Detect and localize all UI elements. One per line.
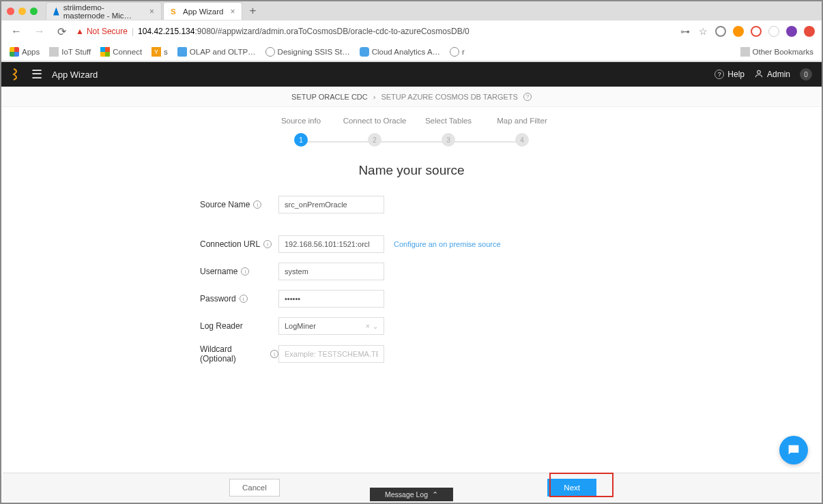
log-reader-value: LogMiner: [285, 322, 316, 330]
configure-source-link[interactable]: Configure an on premise source: [394, 240, 501, 248]
message-log-toggle[interactable]: Message Log ⌃: [370, 488, 453, 501]
username-input[interactable]: [278, 263, 384, 280]
bookmarks-bar: Apps IoT Stuff Connect Ys OLAP and OLTP……: [1, 42, 822, 61]
form-title: Name your source: [1, 163, 822, 178]
wizard-content: Source info 1 Connect to Oracle 2 Select…: [1, 107, 822, 475]
connection-url-input[interactable]: [278, 235, 384, 253]
cloud-icon: [360, 47, 369, 57]
close-window-icon[interactable]: [7, 8, 14, 15]
log-reader-label: Log Reader: [200, 321, 243, 331]
back-nav-icon[interactable]: ←: [8, 24, 25, 39]
url-field[interactable]: ▲ Not Secure | 104.42.215.134:9080/#appw…: [76, 27, 673, 36]
browser-tab-1[interactable]: striimdemo-masternode - Mic… ×: [46, 2, 162, 20]
window-controls[interactable]: [7, 8, 38, 15]
username-label: Username: [200, 267, 237, 276]
bookmark-cloud[interactable]: Cloud Analytics A…: [360, 47, 440, 57]
folder-icon: [49, 47, 59, 57]
key-icon[interactable]: ⊶: [680, 26, 691, 37]
extension-5-icon[interactable]: [804, 26, 815, 37]
wizard-footer: Cancel Back Next Message Log ⌃: [3, 473, 820, 501]
folder-icon: [740, 47, 750, 57]
menu-icon[interactable]: ☰: [31, 67, 42, 82]
info-icon[interactable]: i: [270, 350, 278, 358]
profile-icon[interactable]: [786, 26, 797, 37]
y-icon: Y: [151, 47, 161, 57]
address-bar-actions: ⊶ ☆: [680, 26, 815, 37]
user-icon: [754, 69, 764, 80]
striim-icon: S: [171, 8, 179, 16]
minimize-window-icon[interactable]: [18, 8, 26, 15]
bookmark-olap[interactable]: OLAP and OLTP…: [177, 47, 256, 57]
svg-point-0: [757, 70, 761, 74]
info-icon[interactable]: i: [263, 240, 272, 248]
extension-2-icon[interactable]: [733, 26, 744, 37]
info-icon[interactable]: ?: [523, 93, 532, 101]
striim-logo-icon[interactable]: [11, 68, 22, 81]
connection-url-label: Connection URL: [200, 239, 260, 249]
chevron-down-icon[interactable]: ⌄: [373, 323, 378, 330]
wizard-breadcrumb: SETUP ORACLE CDC › SETUP AZURE COSMOS DB…: [1, 87, 822, 107]
bookmark-iot[interactable]: IoT Stuff: [49, 47, 91, 57]
address-bar: ← → ⟳ ▲ Not Secure | 104.42.215.134:9080…: [1, 20, 822, 42]
source-name-label: Source Name: [200, 200, 250, 209]
password-label: Password: [200, 294, 236, 303]
reload-icon[interactable]: ⟳: [55, 24, 69, 40]
close-tab-icon[interactable]: ×: [149, 7, 154, 16]
chevron-up-icon: ⌃: [432, 490, 438, 499]
tab-strip: striimdemo-masternode - Mic… × S App Wiz…: [1, 1, 822, 20]
source-form: Source Namei Connection URLi Configure a…: [159, 196, 664, 364]
extension-1-icon[interactable]: [715, 26, 726, 37]
wizard-stepper: Source info 1 Connect to Oracle 2 Select…: [1, 117, 822, 147]
log-reader-select[interactable]: LogMiner ×⌄: [278, 317, 384, 335]
source-name-input[interactable]: [278, 196, 384, 213]
extension-3-icon[interactable]: [751, 26, 762, 37]
tab-title: striimdemo-masternode - Mic…: [63, 3, 143, 20]
chevron-right-icon: ›: [373, 93, 376, 101]
admin-menu[interactable]: Admin: [754, 69, 790, 80]
browser-tab-2[interactable]: S App Wizard ×: [163, 2, 242, 20]
url-text: 104.42.215.134:9080/#appwizard/admin.ora…: [138, 27, 470, 36]
bookmark-ys[interactable]: Ys: [151, 47, 168, 57]
wildcard-input[interactable]: [278, 345, 384, 363]
tab-title: App Wizard: [183, 8, 223, 16]
page-icon: [177, 47, 187, 57]
cancel-button[interactable]: Cancel: [229, 479, 280, 496]
maximize-window-icon[interactable]: [30, 8, 38, 15]
info-icon[interactable]: i: [253, 201, 261, 209]
step-source-info[interactable]: Source info 1: [264, 117, 338, 147]
clear-select-icon[interactable]: ×: [366, 322, 370, 330]
globe-icon: [265, 47, 275, 57]
close-tab-icon[interactable]: ×: [230, 7, 235, 16]
wildcard-label: Wildcard (Optional): [200, 344, 267, 364]
breadcrumb-step2[interactable]: SETUP AZURE COSMOS DB TARGETS: [381, 93, 517, 101]
new-tab-button[interactable]: +: [244, 4, 261, 18]
bookmark-connect[interactable]: Connect: [100, 47, 142, 57]
info-icon[interactable]: i: [240, 295, 248, 303]
browser-chrome: striimdemo-masternode - Mic… × S App Wiz…: [1, 1, 822, 62]
bookmark-ssis[interactable]: Designing SSIS St…: [265, 47, 350, 57]
other-bookmarks[interactable]: Other Bookmarks: [740, 47, 813, 57]
bookmark-r[interactable]: r: [450, 47, 465, 57]
next-button[interactable]: Next: [547, 479, 596, 496]
chat-icon: [786, 443, 801, 458]
warning-icon: ▲: [76, 27, 84, 36]
app-header: ☰ App Wizard ? Help Admin 0: [1, 62, 822, 87]
help-button[interactable]: ? Help: [714, 70, 745, 79]
extension-4-icon[interactable]: [768, 26, 779, 37]
breadcrumb-step1[interactable]: SETUP ORACLE CDC: [291, 93, 368, 101]
intercom-chat-button[interactable]: [779, 436, 808, 464]
apps-bookmark[interactable]: Apps: [10, 47, 40, 57]
security-indicator[interactable]: ▲ Not Secure: [76, 27, 128, 36]
globe-icon: [450, 47, 459, 57]
not-secure-label: Not Secure: [87, 27, 128, 36]
apps-grid-icon: [10, 47, 19, 57]
forward-nav-icon[interactable]: →: [31, 24, 48, 39]
star-icon[interactable]: ☆: [697, 26, 708, 37]
ms-icon: [100, 47, 110, 57]
azure-icon: [53, 8, 59, 16]
password-input[interactable]: [278, 290, 384, 308]
notification-count[interactable]: 0: [800, 68, 812, 80]
help-icon: ?: [714, 70, 724, 79]
info-icon[interactable]: i: [241, 267, 249, 276]
app-title: App Wizard: [52, 70, 98, 80]
